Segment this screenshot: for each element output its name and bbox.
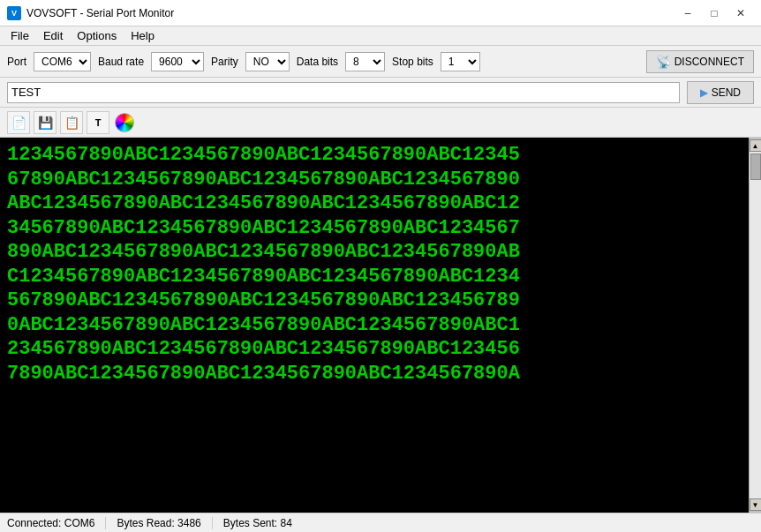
new-file-button[interactable]: 📄 (7, 111, 30, 134)
port-label: Port (7, 56, 26, 68)
data-bits-label: Data bits (297, 56, 338, 68)
port-select[interactable]: COM6 (34, 52, 91, 71)
scroll-down-button[interactable]: ▼ (750, 498, 762, 511)
title-text: VOVSOFT - Serial Port Monitor (26, 7, 174, 19)
scroll-track[interactable] (750, 152, 762, 498)
close-button[interactable]: ✕ (727, 4, 754, 22)
bytes-read-status: Bytes Read: 3486 (117, 517, 212, 529)
controls-bar: Port COM6 Baud rate 9600 Parity NO Data … (0, 46, 761, 78)
send-button[interactable]: ▶ SEND (687, 81, 754, 104)
menu-bar: File Edit Options Help (0, 26, 761, 46)
bytes-sent-status: Bytes Sent: 84 (223, 517, 303, 529)
minimize-button[interactable]: – (674, 4, 701, 22)
menu-options[interactable]: Options (70, 27, 124, 44)
new-file-icon: 📄 (11, 116, 26, 130)
title-bar-controls: – □ ✕ (674, 4, 754, 22)
baud-rate-select[interactable]: 9600 (151, 52, 204, 71)
scroll-thumb[interactable] (750, 154, 761, 180)
input-row: ▶ SEND (0, 78, 761, 108)
copy-button[interactable]: 📋 (60, 111, 83, 134)
title-bar-left: V VOVSOFT - Serial Port Monitor (7, 6, 174, 20)
disconnect-button[interactable]: 📡 DISCONNECT (646, 50, 754, 73)
menu-edit[interactable]: Edit (36, 27, 70, 44)
data-bits-select[interactable]: 8 (345, 52, 385, 71)
clear-button[interactable]: T (87, 111, 109, 134)
output-area: 1234567890ABC1234567890ABC1234567890ABC1… (0, 138, 761, 513)
title-bar: V VOVSOFT - Serial Port Monitor – □ ✕ (0, 0, 761, 26)
menu-file[interactable]: File (4, 27, 36, 44)
status-bar: Connected: COM6 Bytes Read: 3486 Bytes S… (0, 513, 761, 532)
maximize-button[interactable]: □ (701, 4, 727, 22)
parity-label: Parity (211, 56, 238, 68)
color-button[interactable] (113, 111, 136, 134)
stop-bits-select[interactable]: 1 (441, 52, 480, 71)
menu-help[interactable]: Help (124, 27, 162, 44)
stop-bits-label: Stop bits (392, 56, 433, 68)
disconnect-label: DISCONNECT (674, 56, 744, 68)
connection-status: Connected: COM6 (7, 517, 106, 529)
scroll-up-button[interactable]: ▲ (750, 139, 762, 152)
save-button[interactable]: 💾 (34, 111, 57, 134)
output-text: 1234567890ABC1234567890ABC1234567890ABC1… (0, 138, 749, 513)
app-icon: V (7, 6, 21, 20)
scrollbar[interactable]: ▲ ▼ (749, 138, 761, 513)
baud-rate-label: Baud rate (98, 56, 144, 68)
send-icon: ▶ (700, 86, 708, 99)
send-input[interactable] (7, 82, 680, 103)
toolbar: 📄 💾 📋 T (0, 108, 761, 138)
copy-icon: 📋 (64, 116, 79, 130)
disconnect-icon: 📡 (656, 55, 671, 69)
save-icon: 💾 (38, 116, 53, 130)
send-label: SEND (712, 86, 741, 99)
parity-select[interactable]: NO (245, 52, 290, 71)
color-picker-icon (115, 113, 134, 132)
clear-icon: T (95, 117, 102, 128)
